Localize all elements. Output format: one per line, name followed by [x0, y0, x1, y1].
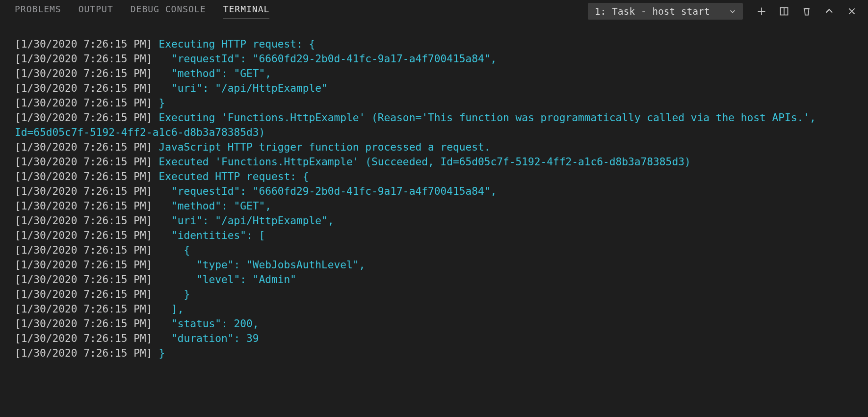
log-timestamp: [1/30/2020 7:26:15 PM]: [15, 38, 158, 50]
panel-header: PROBLEMS OUTPUT DEBUG CONSOLE TERMINAL 1…: [0, 0, 868, 22]
maximize-panel-button[interactable]: [823, 5, 836, 18]
log-timestamp: [1/30/2020 7:26:15 PM]: [15, 259, 158, 271]
log-timestamp: [1/30/2020 7:26:15 PM]: [15, 347, 158, 359]
log-line: "identities": [: [158, 229, 265, 241]
log-line: Executed HTTP request: {: [158, 170, 309, 182]
chevron-down-icon: [728, 7, 737, 16]
tab-output[interactable]: OUTPUT: [79, 4, 113, 18]
chevron-up-icon: [824, 6, 834, 16]
close-icon: [847, 7, 856, 16]
log-line: "method": "GET",: [158, 200, 271, 212]
log-line: "type": "WebJobsAuthLevel",: [158, 259, 365, 271]
log-timestamp: [1/30/2020 7:26:15 PM]: [15, 185, 158, 197]
plus-icon: [757, 6, 766, 16]
tab-terminal[interactable]: TERMINAL: [223, 4, 270, 18]
panel-tabs: PROBLEMS OUTPUT DEBUG CONSOLE TERMINAL: [15, 4, 269, 18]
log-line: }: [158, 347, 165, 359]
panel-actions: [755, 5, 858, 18]
log-line: JavaScript HTTP trigger function process…: [158, 141, 490, 153]
log-timestamp: [1/30/2020 7:26:15 PM]: [15, 303, 158, 315]
log-timestamp: [1/30/2020 7:26:15 PM]: [15, 52, 158, 65]
log-line: "method": "GET",: [158, 67, 271, 79]
log-timestamp: [1/30/2020 7:26:15 PM]: [15, 170, 158, 182]
kill-terminal-button[interactable]: [800, 5, 813, 18]
split-icon: [779, 6, 789, 16]
log-line: "status": 200,: [158, 317, 259, 330]
log-timestamp: [1/30/2020 7:26:15 PM]: [15, 229, 158, 241]
log-line: "uri": "/api/HttpExample",: [158, 214, 334, 227]
log-line: {: [158, 244, 190, 256]
log-line: "uri": "/api/HttpExample": [158, 82, 327, 94]
log-line: }: [158, 288, 190, 300]
log-timestamp: [1/30/2020 7:26:15 PM]: [15, 82, 158, 94]
log-timestamp: [1/30/2020 7:26:15 PM]: [15, 288, 158, 300]
log-timestamp: [1/30/2020 7:26:15 PM]: [15, 214, 158, 227]
log-line: "requestId": "6660fd29-2b0d-41fc-9a17-a4…: [158, 52, 497, 65]
log-timestamp: [1/30/2020 7:26:15 PM]: [15, 244, 158, 256]
log-line: "requestId": "6660fd29-2b0d-41fc-9a17-a4…: [158, 185, 497, 197]
terminal-selector-label: 1: Task - host start: [595, 6, 710, 17]
log-timestamp: [1/30/2020 7:26:15 PM]: [15, 97, 158, 109]
log-line: Executing HTTP request: {: [158, 38, 315, 50]
log-timestamp: [1/30/2020 7:26:15 PM]: [15, 273, 158, 286]
trash-icon: [802, 6, 812, 16]
tab-problems[interactable]: PROBLEMS: [15, 4, 61, 18]
new-terminal-button[interactable]: [755, 5, 768, 18]
log-timestamp: [1/30/2020 7:26:15 PM]: [15, 67, 158, 79]
terminal-output[interactable]: [1/30/2020 7:26:15 PM] Executing HTTP re…: [0, 22, 868, 361]
log-line: "level": "Admin": [158, 273, 296, 286]
terminal-selector-dropdown[interactable]: 1: Task - host start: [588, 3, 743, 20]
close-panel-button[interactable]: [845, 5, 858, 18]
log-timestamp: [1/30/2020 7:26:15 PM]: [15, 156, 158, 168]
tab-debug-console[interactable]: DEBUG CONSOLE: [131, 4, 206, 18]
log-line: }: [158, 97, 165, 109]
log-line: ],: [158, 303, 184, 315]
log-timestamp: [1/30/2020 7:26:15 PM]: [15, 332, 158, 344]
log-timestamp: [1/30/2020 7:26:15 PM]: [15, 317, 158, 330]
log-timestamp: [1/30/2020 7:26:15 PM]: [15, 200, 158, 212]
log-line: Executed 'Functions.HttpExample' (Succee…: [158, 156, 690, 168]
log-timestamp: [1/30/2020 7:26:15 PM]: [15, 141, 158, 153]
log-line: "duration": 39: [158, 332, 259, 344]
split-terminal-button[interactable]: [778, 5, 790, 18]
log-timestamp: [1/30/2020 7:26:15 PM]: [15, 111, 158, 124]
